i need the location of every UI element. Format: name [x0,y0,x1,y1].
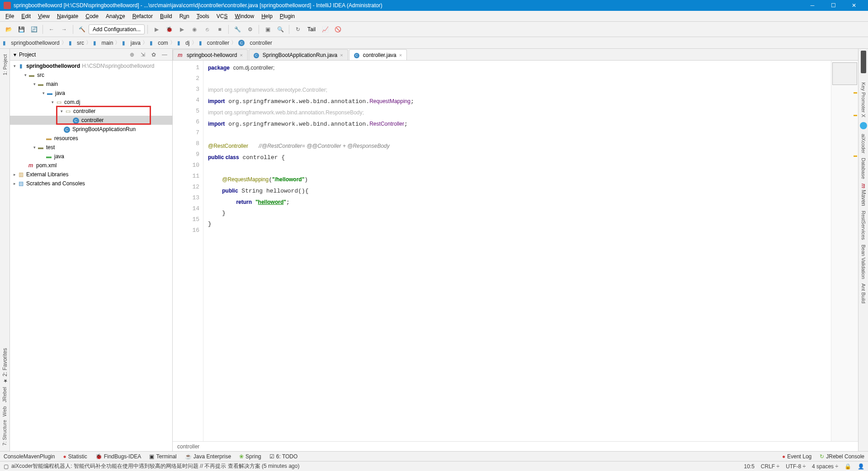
project-dropdown-icon[interactable]: ▾ [14,52,16,58]
coverage-icon[interactable]: ▶ [176,24,188,35]
block-icon[interactable]: 🚫 [332,24,344,35]
tab-controller[interactable]: C controller.java × [349,49,407,60]
tool-structure[interactable]: 7: Structure [2,420,7,446]
tool-database[interactable]: Database [861,158,866,179]
chevron-down-icon[interactable]: ▾ [50,100,55,104]
tree-main[interactable]: ▾ ▬ main [10,80,172,89]
chevron-down-icon[interactable]: ▾ [12,64,17,68]
status-inspector-icon[interactable]: 👤 [858,463,864,470]
status-position[interactable]: 10:5 [744,463,755,470]
chevron-right-icon[interactable]: ▸ [12,172,17,177]
bc-java[interactable]: ▮ java [122,40,140,46]
tool-jrebel-console[interactable]: ↻JRebel Console [820,453,864,460]
tree-external-libs[interactable]: ▸ ▥ External Libraries [10,170,172,179]
tree-comdj[interactable]: ▾ ▭ com.dj [10,98,172,107]
search-icon[interactable]: 🔍 [274,24,286,35]
bc-controller-class[interactable]: C controller [238,40,272,46]
warning-marker[interactable] [854,92,857,94]
chevron-down-icon[interactable]: ▾ [23,73,28,77]
minimize-button[interactable]: ─ [802,0,823,11]
menu-refactor[interactable]: Refactor [129,12,156,20]
back-icon[interactable]: ← [46,24,57,35]
bc-controller-pkg[interactable]: ▮ controller [199,40,230,46]
tab-apprun[interactable]: C SpringBootApplicationRun.java × [249,49,348,60]
project-structure-icon[interactable]: ⚙ [244,24,256,35]
menu-build[interactable]: Build [156,12,176,20]
settings-icon[interactable]: 🔧 [231,24,243,35]
tool-statistic[interactable]: ●Statistic [63,453,87,460]
menu-tools[interactable]: Tools [193,12,213,20]
menu-run[interactable]: Run [176,12,193,20]
tool-web[interactable]: Web [2,406,7,416]
run-icon[interactable]: ▶ [151,24,162,35]
menu-edit[interactable]: Edit [18,12,34,20]
status-icon[interactable]: ▢ [4,463,9,470]
tree-test-java[interactable]: ▬ java [10,152,172,161]
editor-body[interactable]: 12345678910111213141516 package com.dj.c… [173,61,858,441]
warning-marker[interactable] [854,115,857,116]
chart-icon[interactable]: 📈 [319,24,331,35]
tree-src[interactable]: ▾ ▬ src [10,71,172,80]
tool-spring[interactable]: ❀Spring [239,453,261,460]
menu-vcs[interactable]: VCS [213,12,231,20]
tree-apprun[interactable]: C SpringBootApplicationRun [10,125,172,134]
chevron-down-icon[interactable]: ▾ [41,91,46,95]
bc-dj[interactable]: ▮ dj [177,40,190,46]
project-tree[interactable]: ▾ ▮ springboothelloword H:\CSDN\springbo… [10,61,172,451]
tree-controller-class[interactable]: C controller [10,116,172,125]
tree-java[interactable]: ▾ ▬ java [10,89,172,98]
tree-test[interactable]: ▾ ▬ test [10,143,172,152]
bc-src[interactable]: ▮ src [69,40,84,46]
restart-icon[interactable]: ↻ [292,24,304,35]
stop-icon[interactable]: ■ [214,24,226,35]
open-icon[interactable]: 📂 [3,24,14,35]
tool-findbugs[interactable]: 🐞FindBugs-IDEA [95,453,142,460]
editor-breadcrumb-item[interactable]: controller [177,443,199,450]
tool-console-maven[interactable]: ConsoleMavenPlugin [4,453,55,460]
tool-event-log[interactable]: ●Event Log [782,453,811,460]
tool-bean[interactable]: Bean Validation [861,245,866,279]
tool-java-ee[interactable]: ☕Java Enterprise [185,453,231,460]
collapse-icon[interactable]: ⇲ [139,52,147,58]
chevron-down-icon[interactable]: ▾ [59,109,64,113]
tree-controller-pkg[interactable]: ▾ ▭ controller [10,107,172,116]
close-icon[interactable]: × [340,52,343,58]
aixcoder-icon[interactable] [860,122,867,129]
attach-icon[interactable]: ⎋ [201,24,213,35]
debug-icon[interactable]: 🐞 [163,24,175,35]
save-icon[interactable]: 💾 [15,24,27,35]
menu-file[interactable]: File [2,12,18,20]
sdk-icon[interactable]: ▣ [262,24,274,35]
tail-label[interactable]: Tail [305,26,318,33]
tool-maven[interactable]: m Maven [860,184,867,206]
close-icon[interactable]: × [240,52,242,58]
tool-rest[interactable]: RestServices [861,211,866,240]
profile-icon[interactable]: ◉ [189,24,200,35]
scrollbar-thumb[interactable] [861,51,866,73]
close-icon[interactable]: × [399,52,402,58]
forward-icon[interactable]: → [58,24,70,35]
tool-todo[interactable]: ☑6: TODO [269,453,298,460]
chevron-right-icon[interactable]: ▸ [12,181,17,186]
hammer-icon[interactable]: 🔨 [76,24,88,35]
menu-navigate[interactable]: Navigate [53,12,82,20]
menu-plugin[interactable]: Plugin [276,12,298,20]
tool-favorites[interactable]: ★ 2: Favorites [2,348,8,384]
bc-com[interactable]: ▮ com [150,40,168,46]
tool-aixcoder[interactable]: aiXcoder [861,134,866,153]
scrollbar[interactable] [861,51,866,78]
warning-marker[interactable] [854,155,857,157]
close-button[interactable]: ✕ [844,0,864,11]
tab-springboot-helloword[interactable]: m springboot-helloword × [173,49,248,60]
tool-terminal[interactable]: ▣Terminal [149,453,176,460]
code-minimap[interactable] [831,61,858,441]
run-configuration[interactable]: Add Configuration... [89,24,145,34]
chevron-down-icon[interactable]: ▾ [32,82,37,86]
hide-icon[interactable]: — [160,52,169,58]
locate-icon[interactable]: ⊕ [128,52,136,58]
maximize-button[interactable]: ☐ [823,0,844,11]
status-encoding[interactable]: UTF-8 ÷ [786,463,806,470]
status-lock-icon[interactable]: 🔒 [844,463,851,470]
bc-main[interactable]: ▮ main [93,40,113,46]
status-indent[interactable]: 4 spaces ÷ [812,463,838,470]
